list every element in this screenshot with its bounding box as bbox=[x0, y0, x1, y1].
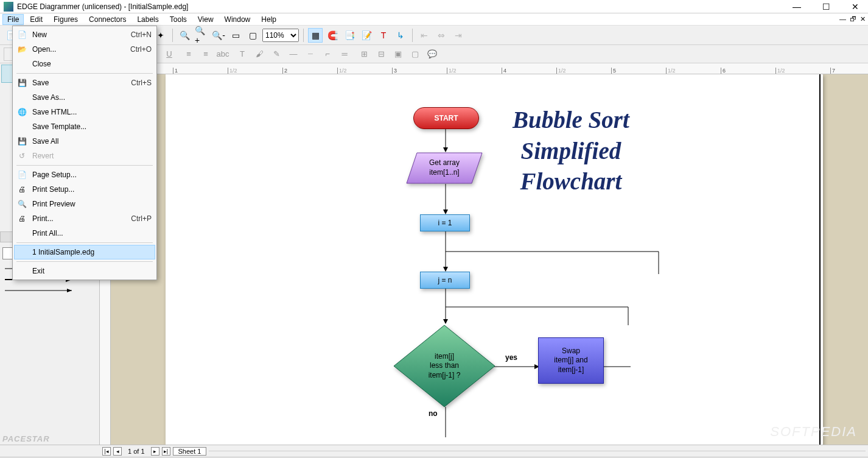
print-icon: 🖨 bbox=[17, 214, 27, 224]
menu-item-print-setup[interactable]: 🖨Print Setup... bbox=[14, 182, 155, 197]
compare-text: item[j]less thanitem[j-1] ? bbox=[429, 352, 461, 379]
arrow-getarray-i bbox=[443, 184, 449, 216]
align-left-text-icon[interactable]: ≡ bbox=[181, 47, 196, 62]
menu-item-save-html[interactable]: 🌐Save HTML... bbox=[14, 105, 155, 119]
saveall-icon: 💾 bbox=[17, 136, 27, 146]
layers-icon[interactable]: 📑 bbox=[342, 28, 357, 43]
menu-item-open[interactable]: 📂Open...Ctrl+O bbox=[14, 42, 155, 57]
menu-file[interactable]: File bbox=[2, 14, 24, 25]
menu-labels[interactable]: Labels bbox=[132, 14, 163, 25]
line-dash-icon[interactable]: ┈ bbox=[303, 47, 318, 62]
align-left-icon[interactable]: ⇤ bbox=[417, 28, 432, 43]
flowchart-i-eq-1[interactable]: i = 1 bbox=[420, 214, 470, 231]
menu-item-recent-1[interactable]: 1 InitialSample.edg bbox=[14, 245, 155, 259]
snap-icon[interactable]: 🧲 bbox=[325, 28, 340, 43]
note-icon[interactable]: 📝 bbox=[359, 28, 374, 43]
doc-minimize-icon[interactable]: — bbox=[839, 15, 846, 23]
group-icon[interactable]: ⊞ bbox=[357, 47, 371, 62]
svg-marker-15 bbox=[443, 319, 448, 324]
menu-item-close[interactable]: Close bbox=[14, 57, 155, 71]
send-back-icon[interactable]: ▢ bbox=[408, 47, 422, 62]
watermark: SOFTPEDIA bbox=[770, 424, 857, 440]
bring-front-icon[interactable]: ▣ bbox=[391, 47, 405, 62]
align-top-icon[interactable]: ⌐ bbox=[320, 47, 335, 62]
chat-icon[interactable]: 💬 bbox=[425, 47, 439, 62]
menu-tools[interactable]: Tools bbox=[165, 14, 192, 25]
zoom-region-icon[interactable]: ▭ bbox=[228, 28, 243, 43]
grid-icon[interactable]: ▦ bbox=[308, 28, 323, 43]
zoom-in-icon[interactable]: 🔍+ bbox=[194, 28, 209, 43]
menu-view[interactable]: View bbox=[193, 14, 219, 25]
arrow-i-loop bbox=[443, 231, 662, 274]
prev-sheet-icon[interactable]: ◂ bbox=[113, 447, 122, 456]
zoom-fit-icon[interactable]: ▢ bbox=[245, 28, 260, 43]
last-sheet-icon[interactable]: ▸| bbox=[162, 447, 170, 456]
ungroup-icon[interactable]: ⊟ bbox=[374, 47, 388, 62]
get-array-text: Get arrayitem[1..n] bbox=[429, 158, 460, 177]
menu-connectors[interactable]: Connectors bbox=[84, 14, 131, 25]
menu-item-save-template[interactable]: Save Template... bbox=[14, 119, 155, 134]
connector-style-arrow3[interactable] bbox=[2, 285, 97, 296]
horizontal-ruler: 1/211/2 21/23 1/241/2 51/26 1/271/2 8 bbox=[100, 63, 868, 74]
abc-icon[interactable]: abc bbox=[215, 47, 230, 62]
html-icon: 🌐 bbox=[17, 107, 27, 117]
menu-item-print[interactable]: 🖨Print...Ctrl+P bbox=[14, 211, 155, 226]
flowchart-swap[interactable]: Swapitem[j] anditem[j-1] bbox=[538, 337, 604, 384]
open-icon: 📂 bbox=[17, 44, 27, 54]
zoom-select[interactable]: 110% bbox=[262, 29, 299, 42]
zoom-icon[interactable]: 🔍 bbox=[177, 28, 192, 43]
arrow-j-loop bbox=[443, 289, 631, 325]
line-style-icon[interactable]: ✎ bbox=[269, 47, 284, 62]
zoom-out-icon[interactable]: 🔍- bbox=[211, 28, 226, 43]
app-icon bbox=[4, 2, 13, 12]
menu-item-exit[interactable]: Exit bbox=[14, 264, 155, 278]
label-yes: yes bbox=[505, 353, 517, 362]
menu-item-print-preview[interactable]: 🔍Print Preview bbox=[14, 197, 155, 211]
next-sheet-icon[interactable]: ▸ bbox=[151, 447, 159, 456]
arrow-swap-out bbox=[603, 363, 633, 370]
window-title: EDGE Diagrammer (unlicensed) - [InitialS… bbox=[17, 2, 788, 11]
underline-icon[interactable]: U bbox=[162, 47, 177, 62]
menu-item-print-all[interactable]: Print All... bbox=[14, 226, 155, 241]
menu-figures[interactable]: Figures bbox=[49, 14, 83, 25]
align-center-text-icon[interactable]: ≡ bbox=[198, 47, 213, 62]
text-style-icon[interactable]: T bbox=[376, 28, 391, 43]
sheet-nav-bar: |◂ ◂ 1 of 1 ▸ ▸| Sheet 1 bbox=[0, 445, 868, 457]
menu-edit[interactable]: Edit bbox=[25, 14, 47, 25]
save-icon: 💾 bbox=[17, 78, 27, 88]
flowchart-start[interactable]: START bbox=[413, 107, 479, 129]
flowchart-get-array[interactable]: Get arrayitem[1..n] bbox=[406, 152, 483, 184]
menu-help[interactable]: Help bbox=[256, 14, 281, 25]
line-weight-icon[interactable]: — bbox=[286, 47, 301, 62]
menu-item-save-as[interactable]: Save As... bbox=[14, 90, 155, 105]
fill-icon[interactable]: 🖌 bbox=[252, 47, 267, 62]
page: Bubble Sort Simplified Flowchart bbox=[166, 74, 823, 445]
svg-marker-9 bbox=[443, 210, 448, 214]
flow-icon[interactable]: ↳ bbox=[393, 28, 408, 43]
page-indicator: 1 of 1 bbox=[124, 448, 149, 455]
text-color-icon[interactable]: T bbox=[235, 47, 250, 62]
close-button[interactable]: ✕ bbox=[846, 2, 864, 12]
align-mid-icon[interactable]: ═ bbox=[337, 47, 352, 62]
svg-marker-5 bbox=[67, 289, 72, 292]
doc-close-icon[interactable]: ✕ bbox=[860, 15, 866, 23]
first-sheet-icon[interactable]: |◂ bbox=[102, 447, 111, 456]
arrow-yes bbox=[494, 363, 541, 370]
maximize-button[interactable]: ☐ bbox=[817, 2, 835, 12]
sheet-tab[interactable]: Sheet 1 bbox=[173, 447, 207, 456]
align-center-icon[interactable]: ⇔ bbox=[434, 28, 449, 43]
revert-icon: ↺ bbox=[17, 151, 27, 161]
label-no: no bbox=[429, 409, 438, 418]
flowchart-j-eq-n[interactable]: j = n bbox=[420, 272, 470, 289]
menu-item-page-setup[interactable]: 📄Page Setup... bbox=[14, 167, 155, 182]
swap-text: Swapitem[j] anditem[j-1] bbox=[554, 347, 587, 375]
canvas[interactable]: Bubble Sort Simplified Flowchart bbox=[111, 74, 868, 445]
menu-item-new[interactable]: 📄NewCtrl+N bbox=[14, 27, 155, 42]
menu-item-save-all[interactable]: 💾Save All bbox=[14, 134, 155, 149]
flowchart-compare[interactable]: item[j]less thanitem[j-1] ? bbox=[393, 324, 496, 408]
menu-window[interactable]: Window bbox=[220, 14, 256, 25]
minimize-button[interactable]: — bbox=[788, 2, 806, 12]
doc-restore-icon[interactable]: 🗗 bbox=[850, 15, 856, 23]
menu-item-save[interactable]: 💾SaveCtrl+S bbox=[14, 76, 155, 90]
align-right-icon[interactable]: ⇥ bbox=[451, 28, 466, 43]
